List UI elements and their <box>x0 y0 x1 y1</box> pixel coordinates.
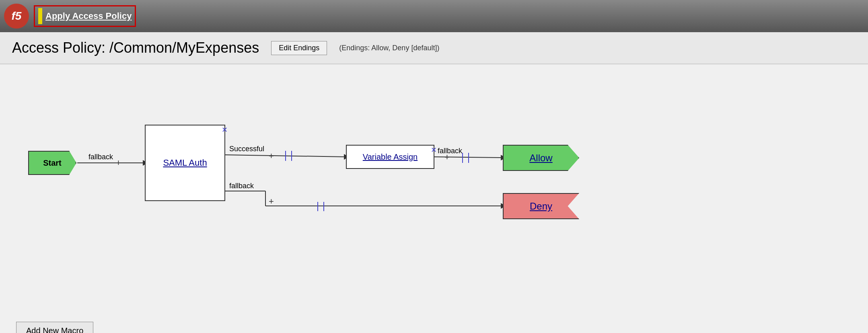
apply-policy-button[interactable]: Apply Access Policy <box>45 11 132 21</box>
f5-logo: f5 <box>4 4 29 29</box>
header: f5 Apply Access Policy <box>0 0 868 32</box>
flow-diagram: Start fallback + SAML Auth ✕ Successful … <box>16 88 852 282</box>
conn-label-successful: Successful <box>229 145 264 153</box>
allow-link[interactable]: Allow <box>529 152 552 164</box>
flow-connectors <box>16 88 852 282</box>
variable-assign-node: Variable Assign ✕ <box>346 145 434 169</box>
bottom-area: Add New Macro <box>0 314 868 333</box>
flow-canvas: Start fallback + SAML Auth ✕ Successful … <box>0 64 868 314</box>
allow-node: Allow <box>503 145 579 171</box>
plus-sign-3[interactable]: + <box>444 152 450 162</box>
title-bar: Access Policy: /Common/MyExpenses Edit E… <box>0 32 868 64</box>
plus-sign-1[interactable]: + <box>116 158 121 168</box>
logo-text: f5 <box>12 10 22 23</box>
page-title: Access Policy: /Common/MyExpenses <box>12 39 259 56</box>
saml-auth-link[interactable]: SAML Auth <box>163 158 207 168</box>
apply-policy-wrapper: Apply Access Policy <box>34 5 136 27</box>
deny-link[interactable]: Deny <box>530 201 552 212</box>
conn-label-fallback-1: fallback <box>88 153 113 161</box>
plus-sign-4[interactable]: + <box>269 196 274 207</box>
add-macro-button[interactable]: Add New Macro <box>16 322 93 333</box>
start-node: Start <box>28 151 76 175</box>
start-label: Start <box>43 158 62 168</box>
conn-label-fallback-2: fallback <box>438 147 462 155</box>
conn-label-fallback-3: fallback <box>229 182 254 190</box>
var-assign-close-icon[interactable]: ✕ <box>431 146 437 154</box>
variable-assign-link[interactable]: Variable Assign <box>363 152 418 162</box>
plus-sign-2[interactable]: + <box>269 151 274 161</box>
saml-close-icon[interactable]: ✕ <box>222 125 228 134</box>
deny-node: Deny <box>503 193 579 219</box>
saml-auth-node: SAML Auth ✕ <box>145 125 225 201</box>
svg-line-2 <box>225 155 346 157</box>
endings-info: (Endings: Allow, Deny [default]) <box>339 44 439 52</box>
yellow-bar-icon <box>38 8 42 24</box>
edit-endings-button[interactable]: Edit Endings <box>271 41 327 55</box>
